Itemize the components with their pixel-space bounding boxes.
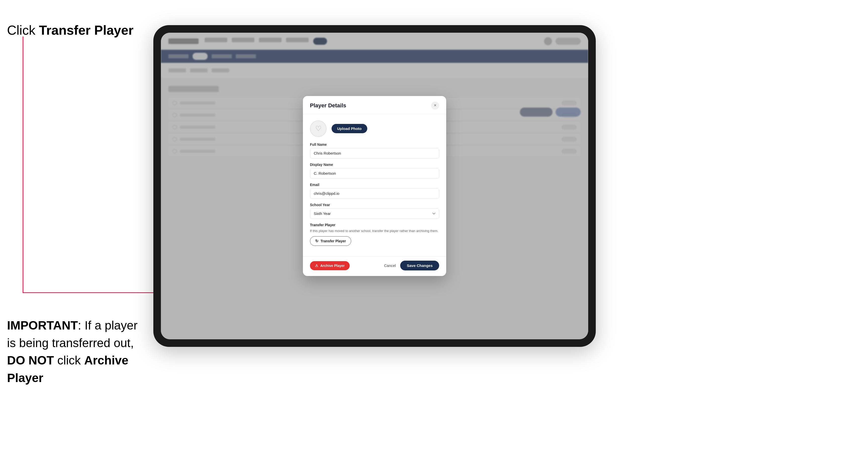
email-group: Email [310, 183, 439, 199]
annotation-line-vertical [23, 36, 23, 293]
instruction-text-2: click [54, 354, 84, 367]
display-name-label: Display Name [310, 163, 439, 167]
close-icon: × [434, 103, 437, 108]
modal-header: Player Details × [303, 96, 446, 114]
archive-button-label: Archive Player [320, 264, 345, 268]
display-name-group: Display Name [310, 163, 439, 179]
transfer-icon: ↻ [315, 239, 318, 243]
school-year-label: School Year [310, 203, 439, 207]
transfer-section-description: If this player has moved to another scho… [310, 228, 439, 234]
transfer-section: Transfer Player If this player has moved… [310, 223, 439, 246]
upload-photo-button[interactable]: Upload Photo [332, 124, 367, 133]
instruction-important: IMPORTANT [7, 319, 78, 332]
tablet-screen: Player Details × ♡ Upload Photo [161, 33, 588, 339]
modal-overlay: Player Details × ♡ Upload Photo [161, 33, 588, 339]
save-changes-button[interactable]: Save Changes [400, 261, 439, 271]
user-icon: ♡ [315, 124, 321, 133]
full-name-group: Full Name [310, 143, 439, 159]
player-details-modal: Player Details × ♡ Upload Photo [303, 96, 446, 276]
instruction-text-bold: Transfer Player [39, 23, 133, 37]
cancel-button[interactable]: Cancel [384, 263, 396, 268]
instruction-top: Click Transfer Player [7, 23, 133, 38]
full-name-label: Full Name [310, 143, 439, 147]
transfer-player-button[interactable]: ↻ Transfer Player [310, 236, 351, 246]
tablet-device: Player Details × ♡ Upload Photo [153, 25, 596, 347]
modal-footer: ⚠ Archive Player Cancel Save Changes [303, 256, 446, 276]
full-name-input[interactable] [310, 148, 439, 159]
modal-body: ♡ Upload Photo Full Name Display Name [303, 114, 446, 257]
photo-upload-row: ♡ Upload Photo [310, 120, 439, 137]
footer-right-buttons: Cancel Save Changes [384, 261, 439, 271]
archive-icon: ⚠ [315, 264, 318, 268]
modal-title: Player Details [310, 102, 346, 109]
archive-player-button[interactable]: ⚠ Archive Player [310, 261, 350, 270]
transfer-section-title: Transfer Player [310, 223, 439, 227]
instruction-bottom: IMPORTANT: If a player is being transfer… [7, 317, 148, 386]
avatar-placeholder: ♡ [310, 120, 327, 137]
school-year-group: School Year First YearSecond YearThird Y… [310, 203, 439, 219]
modal-close-button[interactable]: × [431, 101, 439, 110]
school-year-select[interactable]: First YearSecond YearThird YearFourth Ye… [310, 208, 439, 219]
email-input[interactable] [310, 188, 439, 199]
instruction-do-not: DO NOT [7, 354, 54, 367]
display-name-input[interactable] [310, 168, 439, 179]
transfer-button-label: Transfer Player [320, 239, 346, 243]
instruction-text-prefix: Click [7, 23, 39, 37]
email-label: Email [310, 183, 439, 187]
